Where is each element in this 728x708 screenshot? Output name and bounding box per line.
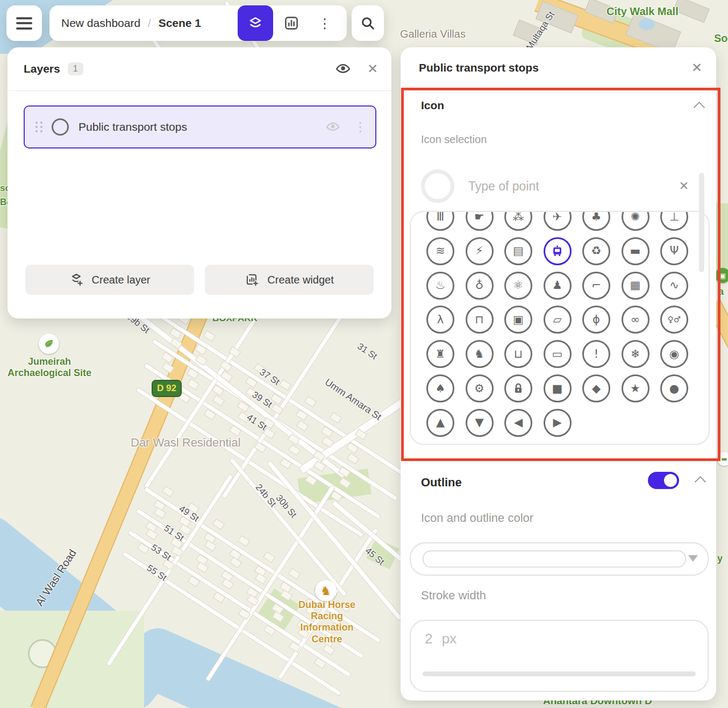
icon-monument[interactable]: ♟ (544, 272, 572, 300)
hotel-pin: ▬ (717, 452, 728, 466)
icon-science-atom[interactable]: ⚛ (504, 272, 532, 300)
icon-shape-diamond[interactable]: ◆ (582, 374, 610, 402)
point-preview-icon (421, 169, 454, 203)
icon-recycling[interactable]: ♻ (582, 237, 610, 265)
icon-selection-label: Icon selection (421, 133, 487, 146)
icon-lion[interactable]: ◉ (660, 340, 688, 368)
create-layer-button[interactable]: Create layer (25, 265, 194, 295)
icon-tennis[interactable]: ϕ (582, 306, 610, 334)
color-select[interactable] (410, 542, 709, 576)
create-layer-icon (69, 272, 84, 287)
icon-gym-bar[interactable]: ⊥ (660, 211, 688, 231)
outline-section-collapse-chevron-icon[interactable] (695, 476, 706, 487)
layer-more-button[interactable]: ⋮ (345, 119, 375, 134)
icon-printer[interactable]: ▤ (504, 237, 532, 265)
icon-museum[interactable]: Ⅲ (426, 211, 454, 231)
icon-tree[interactable]: ♠ (426, 374, 454, 402)
building (288, 444, 301, 456)
icon-sauna[interactable]: ♨ (426, 272, 454, 300)
icon-boat[interactable]: ▱ (544, 306, 572, 334)
icon-globe[interactable]: ♁ (466, 272, 494, 300)
icon-hydrant[interactable]: ⊓ (466, 306, 494, 334)
clear-search-button[interactable]: ✕ (672, 179, 696, 193)
building (162, 486, 174, 497)
icon-search-field[interactable]: Type of point ✕ (421, 169, 696, 203)
icon-shape-star[interactable]: ★ (622, 374, 650, 402)
layers-close-button[interactable]: ✕ (354, 61, 391, 76)
icon-hand-care[interactable]: ☛ (466, 211, 494, 231)
icon-grid: Ⅲ☛⁂✈♣✺⊥≋⚡▤♻▬Ψ♨♁⚛♟⌐▦∿λ⊓▣▱ϕ∞♀♂♜♞⊔▭!❄◉♠⚙■◆★… (410, 211, 710, 445)
icon-warning[interactable]: ! (582, 340, 610, 368)
stroke-width-slider[interactable] (423, 671, 696, 676)
icon-park-leaf[interactable]: ♣ (582, 211, 610, 231)
building (230, 557, 242, 568)
icon-shopping-bag[interactable]: ▣ (504, 306, 532, 334)
icon-charging-plug[interactable]: ⚡ (466, 237, 494, 265)
icon-arrow-up[interactable]: ▲ (426, 409, 454, 437)
icon-skateboard[interactable]: ∿ (660, 272, 688, 300)
icon-airport-plane[interactable]: ✈ (544, 211, 572, 231)
icon-grid-scrollbar[interactable] (699, 173, 704, 272)
layers-button[interactable] (238, 5, 273, 41)
stroke-width-input[interactable]: 2 px (410, 620, 709, 692)
citywalk-pond (639, 18, 655, 30)
building (154, 507, 166, 519)
icon-truck[interactable]: ▭ (544, 340, 572, 368)
search-button[interactable] (352, 5, 384, 41)
building (212, 519, 225, 530)
layer-visibility-button[interactable] (320, 119, 345, 134)
icon-shoe-heel[interactable]: ⌐ (582, 272, 610, 300)
widgets-button[interactable] (280, 12, 303, 34)
icon-snowflake[interactable]: ❄ (622, 340, 650, 368)
menu-button[interactable] (6, 5, 42, 41)
layer-item-public-transport-stops[interactable]: Public transport stops ⋮ (24, 105, 376, 148)
icon-shape-square[interactable]: ■ (544, 374, 572, 402)
icon-castle[interactable]: ♜ (426, 340, 454, 368)
icon-restroom[interactable]: ♀♂ (660, 306, 688, 334)
color-swatch (423, 550, 686, 568)
building (146, 529, 158, 540)
icon-shape-circle[interactable]: ● (660, 374, 688, 402)
create-widget-button[interactable]: Create widget (205, 265, 374, 295)
icon-restaurant[interactable]: Ψ (660, 237, 688, 265)
icon-section-collapse-chevron-icon[interactable] (694, 102, 705, 113)
bar-chart-icon (283, 15, 300, 32)
icon-pets-paw[interactable]: ⁂ (504, 211, 532, 231)
icon-waste-bin[interactable]: ⊔ (504, 340, 532, 368)
icon-swimming[interactable]: ≋ (426, 237, 454, 265)
route-shield-d92: D 92 (152, 380, 182, 397)
horse-pin: ♞ (315, 580, 337, 601)
canal-lower (122, 621, 432, 708)
map-label: Galleria Villas (400, 28, 466, 41)
breadcrumb-bar: New dashboard / Scene 1 ⋮ (49, 5, 347, 41)
building (330, 412, 342, 423)
icon-arrow-left[interactable]: ◀ (504, 409, 532, 437)
icon-ski[interactable]: λ (426, 306, 454, 334)
map-label: a (718, 286, 724, 298)
building (203, 330, 216, 342)
icon-toy-horse[interactable]: ♞ (466, 340, 494, 368)
settings-close-button[interactable]: ✕ (677, 60, 716, 75)
icon-nature-maple[interactable]: ✺ (622, 211, 650, 231)
icon-lock[interactable] (504, 374, 532, 402)
breadcrumb-dashboard[interactable]: New dashboard (61, 17, 140, 30)
icon-arrow-down[interactable]: ▼ (466, 409, 494, 437)
stroke-width-label: Stroke width (421, 589, 486, 603)
toggle-all-visibility-button[interactable] (332, 61, 354, 77)
eye-icon (335, 61, 351, 77)
icon-gear[interactable]: ⚙ (466, 374, 494, 402)
more-options-button[interactable]: ⋮ (315, 12, 334, 34)
icon-motorcycle[interactable]: ∞ (622, 306, 650, 334)
building (347, 453, 359, 464)
breadcrumb-scene[interactable]: Scene 1 (159, 17, 201, 30)
drag-handle-icon[interactable] (35, 122, 43, 132)
building (238, 535, 250, 547)
icon-paint-roller[interactable]: ▬ (622, 237, 650, 265)
icon-shopping-cart[interactable]: ▦ (622, 272, 650, 300)
icon-arrow-right[interactable]: ▶ (544, 409, 572, 437)
map-label: Dubai Horse Racing Information Centre (284, 599, 370, 645)
icon-tram-stop[interactable] (544, 237, 572, 265)
outline-toggle[interactable] (648, 472, 679, 489)
icon-outline-color-label: Icon and outline color (421, 511, 533, 525)
kebab-icon: ⋮ (318, 16, 332, 31)
